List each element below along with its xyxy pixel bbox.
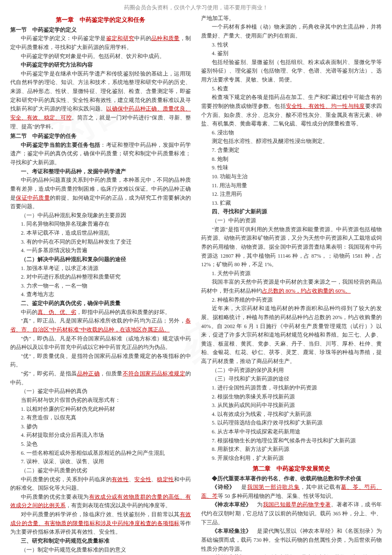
underline: 安全性、有效性、均一性与纯度 <box>286 103 365 109</box>
list-item: 5. 以药理筛选结合临床疗效寻找和扩大新药源 <box>201 418 382 427</box>
para: 测定包括水溶性、醇溶性及醚溶性浸出物测定。 <box>201 137 382 146</box>
list-item: 3. 掺伪 <box>10 422 191 431</box>
list-item: 4. 鉴别 <box>201 49 382 58</box>
list-item: 5. 检查 <box>201 84 382 93</box>
list-item: 13. 贮藏 <box>201 199 382 208</box>
para: 中药鉴定学当前的主要任务包括：考证和整理中药品种，发掘中药学遗产；鉴定中药的真伪… <box>10 141 191 167</box>
list-item: 3. 从民族药或民间药中寻找新药源 <box>201 401 382 410</box>
list-item: 10. 功能与主治 <box>201 172 382 181</box>
para: 《神农本草经》 为我国已知最早的药物学专著。著者不详，成书年代约在汉朝时期，它总… <box>201 500 382 527</box>
para: 中药的品种问题直接关系到中药的质量，本种基元中，不同的品种质量有差异，造成中药质… <box>10 176 191 211</box>
list-item: 3. 力求一物一名，一名一物 <box>10 282 191 291</box>
list-item: 7. 根据植物生长的地理位置和气候条件去寻找和扩大新药源 <box>201 436 382 445</box>
underline: 鉴定和研究 <box>106 35 135 41</box>
para: 中药鉴定学的研究对象是中药。包括药材、饮片和中成药。 <box>10 52 191 61</box>
underline: 保证中药质量 <box>16 195 50 201</box>
underline: 我国第一部诗歌总集 <box>247 484 300 490</box>
subheading: （三）寻找和扩大新药源的途径 <box>201 375 382 384</box>
list-item: 4. 药材提取部分成分后再流入市场 <box>10 431 191 440</box>
para: 中药质量的优劣，关系到中药临床的有效性、安全性、稳定性和中药的标准化、国际化等大… <box>10 475 191 493</box>
subheading: （一）中药的资源 <box>201 216 382 225</box>
underline: 真、伪、优、劣 <box>37 309 76 315</box>
list-item: 8. 用新技术、新方法扩大新药源 <box>201 445 382 454</box>
underline: 稳定性 <box>157 477 174 482</box>
para: 中药质量的优劣主要表现为有效成分或有效物质群的含量的高低、有效成分之间的比例关系… <box>10 493 191 510</box>
heading: 一、考证和整理中药品种，发掘中药学遗产 <box>10 167 191 176</box>
para: "伪"，即伪品。凡是不符合国家药品标准（或地方标准）规定该中药的品种以及以非中药… <box>10 334 191 352</box>
para: 中药鉴定学的定义：中药鉴定学是鉴定和研究中药的品种和质量，制定中药质量标准，寻找… <box>10 34 191 52</box>
list-item: 1. 进行全国性药源普查，寻找新的中药资源 <box>201 384 382 392</box>
para: 我国丰富的天然中药资源是中药材的主要来源之一，我国经营的商品药材中，野生药材品种… <box>201 278 382 295</box>
para: 《新修本草》 （又称《唐本草》）是唐代李勣、苏敬（贵）等 22 人集体编撰，由官… <box>201 553 382 555</box>
document-body: 第一章 中药鉴定学的定义和任务 第一节 中药鉴定学的定义 中药鉴定学的定义：中药… <box>0 14 392 555</box>
list-item: 1. 同名异物和同物异名现象普遍存在 <box>10 220 191 229</box>
list-item: 5. 染色 <box>10 440 191 449</box>
list-item: 4. 以有效成分为线索，寻找和扩大新药源 <box>201 410 382 419</box>
list-item: 2. 根据生物的亲缘关系寻找新药源 <box>201 392 382 401</box>
subheading: （一）鉴定中药品种的真伪 <box>10 387 191 396</box>
para: 当前药材与饮片假冒伪劣的表现形式有： <box>10 396 191 405</box>
list-item: 3. 有的中药在不同的历史时期品种发生了变迁 <box>10 238 191 247</box>
list-item: 2. 本草记载不详，造成后世品种混乱 <box>10 229 191 238</box>
list-item: 11. 用法与用量 <box>201 181 382 190</box>
subheading: （二）中药资源的保护及利用 <box>201 366 382 375</box>
underline: 有效性 <box>112 477 129 482</box>
para: 《本草经集注》 是梁代陶弘景以《神农本草经》和《名医别录》为基础编撰而成，载药 … <box>201 527 382 553</box>
list-item: 6. 浸出物 <box>201 128 382 137</box>
underline: 不符合国家药品标准规定 <box>123 371 185 377</box>
underline: 品种和质量 <box>151 35 180 41</box>
list-item: 12. 注意用药 <box>201 190 382 199</box>
underline: 我国已知最早的药物学专著 <box>263 502 331 508</box>
subheading: （二）鉴定中药质量的优劣 <box>10 466 191 475</box>
list-item: 6. 一些名称相近或外形相似或基原相近的品种之间产生混乱 <box>10 449 191 458</box>
list-item: 1. 以相对价廉的它种药材伪充此种药材 <box>10 405 191 414</box>
list-item: 2. 对中药进行系统的品种整理和质量研究 <box>10 273 191 282</box>
para: 一个药材有多种植（动）物来源的，药典收录其中的主流品种，并将质量好、产量大、使用… <box>201 23 382 40</box>
para: 中药的真、伪、优、劣，即指中药品种的真假和质量的好坏。 <box>10 308 191 317</box>
list-item: 1. 加强本草考证，以求正本清源 <box>10 264 191 273</box>
list-item: 9. 性味 <box>201 163 382 172</box>
list-item: 9. 开展综合利用，扩大新药源 <box>201 454 382 463</box>
para: 近年来，大宗药材和道地药材的种养面积和品种均得到了较大的发展。据粗略统计，种植与… <box>201 304 382 366</box>
chapter-1-title: 第一章 中药鉴定学的定义和任务 <box>10 15 191 25</box>
para: 《诗经》 是我国第一部诗歌总集，其中就记载有葛、苓、芍药、蒿、芩等 50 多种药… <box>201 483 382 500</box>
list-item: 4. 查考地方志 <box>10 290 191 299</box>
list-item: 2. 种植和养殖的中药资源 <box>201 296 382 305</box>
list-item: 7. 含量测定 <box>201 146 382 155</box>
chapter-2-title: 第二章 中药鉴定学发展简史 <box>201 464 382 474</box>
underline: 品种正确 <box>77 371 100 377</box>
subheading: （二）解决中药品种混乱和复杂问题的途径 <box>10 255 191 264</box>
para: "优"，即质量优良。是指符合国家药品标准质量规定的各项指标的中药。 <box>10 352 191 369</box>
heading: ◆历代重要本草著作的书名、作者、收载药物总数和学术价值 <box>201 474 382 483</box>
list-item: 1. 天然中药资源 <box>201 269 382 278</box>
list-item: 2. 有意造假，以假充真 <box>10 413 191 422</box>
para: 对中药质量的科学评价，除临床疗效、性状鉴别外，目前常以其有效成分的含量、有害物质… <box>10 510 191 537</box>
subheading: （一）制定中药规范化质量标准的目的意义 <box>10 546 191 555</box>
para: "真"，即正品。凡是国家药品标准所收载的中药均为正品；另外，各省、市、自治区"中… <box>10 317 191 334</box>
section-1-2: 第二节 中药鉴定学的任务 <box>10 132 191 141</box>
heading: 四、寻找和扩大新药源 <box>201 207 382 216</box>
heading: 中药鉴定学的研究方法和内容 <box>10 61 191 70</box>
underline: 占总数的 80%，约占收购量的 60%。 <box>262 288 351 294</box>
para: "资源"是指可供利用的天然物质资源和能量资源。中药资源包括植物药资源、动物药资源… <box>201 225 382 269</box>
para: 中药鉴定学是在继承中医药学遗产和传统鉴别经验的基础上，运用现代自然科学的理论、知… <box>10 70 191 131</box>
para: 检查项下规定的各项是指药品在加工、生产和贮藏过程中可能含有的需要控制的物质或物理… <box>201 93 382 128</box>
list-item: 3. 性状 <box>201 41 382 49</box>
section-1-1: 第一节 中药鉴定学的定义 <box>10 26 191 35</box>
subheading: （一）中药品种混乱和复杂现象的主要原因 <box>10 211 191 220</box>
list-item: 7. 误种、误采、误收、误售、误用 <box>10 457 191 466</box>
underline: 安全性 <box>134 477 151 482</box>
list-item: 6. 从古本草中寻找或探索老药新用途 <box>201 427 382 436</box>
list-item: 8. 炮制 <box>201 155 382 164</box>
list-item: 4. 一药多基原情况较为普遍 <box>10 246 191 255</box>
heading: 二、鉴定中药的真伪优劣，确保中药质量 <box>10 299 191 308</box>
header-disclaimer: 药圈会员合头资料，仅供个人学习使用，请不要用于商业！ <box>0 0 392 14</box>
para: 包括经验鉴别、显微鉴别（包括组织、粉末或表面制片、显微化学等鉴别特征）、理化鉴别… <box>201 58 382 84</box>
heading: 三、研究和制定中药规范化质量标准 <box>10 537 191 546</box>
para: "劣"，即劣药。是指虽品种正确，但质量不符合国家药品标准规定的中药。 <box>10 369 191 387</box>
